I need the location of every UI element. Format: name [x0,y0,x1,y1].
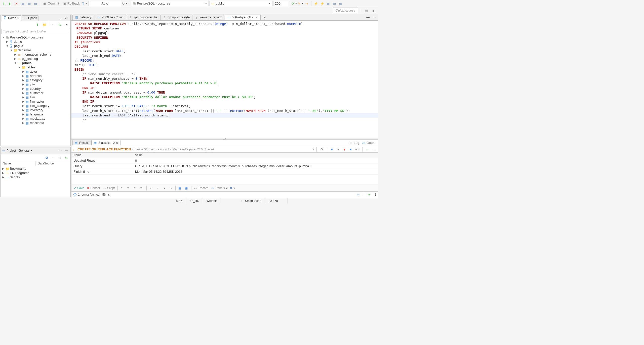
close-icon[interactable]: ✕ [116,141,118,145]
tree-table-city[interactable]: ▶▦city [2,82,69,87]
collapse-icon[interactable]: ⇤ [51,22,56,27]
filter-hint[interactable]: Enter a SQL expression to filter results… [132,147,311,151]
tree-scripts[interactable]: ▶▭Scripts [2,175,69,179]
first-icon[interactable]: ⇤ [148,185,154,191]
connection-dropdown[interactable]: 🐘 PostgreSQL - postgres [131,1,209,6]
tree-table-film-category[interactable]: ▶▦film_category [2,104,69,108]
sql-add-icon[interactable]: ▭ [33,1,38,6]
connect-db-icon[interactable]: ⬆ [35,22,41,27]
link-icon[interactable]: ⇆ [57,22,63,27]
bolt2-icon[interactable]: ⚡ [319,1,325,6]
collapse-icon[interactable]: ⇤ [51,155,56,160]
filter-clear-icon[interactable]: ▼ [336,147,341,152]
tree-er-diagrams[interactable]: ▶▭ER Diagrams [2,171,69,175]
perspective-icon[interactable]: ▦ [364,8,369,13]
tab-group-concat[interactable]: ƒgroup_concat(te [160,15,192,20]
panels-button[interactable]: ▭Panels [210,186,229,190]
stop-icon[interactable]: ✎ [298,1,303,6]
maximize-icon[interactable]: ▭ [371,15,377,20]
tree-table-actor[interactable]: ▶▦actor [2,69,69,74]
tree-table-category[interactable]: ▶▦category [2,78,69,82]
prev-icon[interactable]: ‹ [155,185,160,191]
tree-db-demo[interactable]: ▶🗄demo [2,39,69,44]
minimize-icon[interactable]: — [365,15,371,20]
quick-access-input[interactable]: Quick Access [333,8,358,13]
tree-schema-public[interactable]: ▼▭public [2,61,69,65]
add-icon[interactable]: ⊞ [57,155,63,160]
sql-editor[interactable]: CREATE OR REPLACE FUNCTION public.reward… [71,21,378,138]
sql-recent-icon[interactable]: ▭ [27,1,32,6]
filter-icon[interactable]: ▼ [329,147,335,152]
rollback-button[interactable]: ▣Rollback [61,1,82,6]
tree-schema-info[interactable]: ▶▭information_schema [2,52,69,57]
tree-table-film-actor[interactable]: ▶▦film_actor [2,99,69,104]
refresh-icon[interactable]: ⟳ [319,147,325,152]
tree-table-mockdata[interactable]: ▶▦mockdata [2,121,69,125]
tree-bookmarks[interactable]: ▶📁Bookmarks [2,166,69,171]
minimize-icon[interactable]: — [58,15,63,21]
row-limit-input[interactable] [273,1,288,6]
gear-icon[interactable]: ⚙ [44,155,50,160]
col-datasource[interactable]: DataSource [36,161,70,166]
tree-table-inventory[interactable]: ▶▦inventory [2,108,69,112]
connect-icon[interactable]: ⬆ [2,1,7,6]
filter-menu-icon[interactable]: ▼ [354,147,360,152]
maximize-icon[interactable]: ▭ [64,15,69,21]
edit-row-icon[interactable]: ≡ [119,185,125,191]
explain3-icon[interactable]: ▭ [338,1,344,6]
autoscroll-icon[interactable]: ⇥ [304,1,310,6]
schema-dropdown[interactable]: ▭ public [210,1,272,6]
export-icon[interactable]: ▭ [356,192,361,197]
tab-projects[interactable]: ▭Проек [22,15,38,21]
save-button[interactable]: ✔Save [73,186,85,190]
results-tab[interactable]: ▦Results [72,140,92,145]
close-icon[interactable]: ✕ [255,16,258,19]
close-icon[interactable]: ✕ [30,149,33,152]
object-filter-input[interactable]: Type part of object name to filter [1,29,70,34]
commit-button[interactable]: ▣Commit [42,1,61,6]
tab-category[interactable]: ▦category [72,15,94,20]
history-icon[interactable]: ↻ [122,1,128,6]
explain2-icon[interactable]: ▭ [332,1,337,6]
grid-icon[interactable]: ▦ [184,185,189,191]
cancel-button[interactable]: ✖Cancel [86,186,101,190]
plug-icon[interactable]: ▮ [8,1,13,6]
script-button[interactable]: ▭Script [102,186,116,190]
nav-fwd-icon[interactable]: → [372,147,377,152]
sql-new-icon[interactable]: ▭ [20,1,26,6]
tab-rewards-report[interactable]: ƒrewards_report( [193,15,224,20]
grid-icon[interactable]: ▦ [177,185,183,191]
edit-row-icon[interactable]: ≡ [139,185,145,191]
folder-icon[interactable]: 📁 [42,22,47,27]
tab-database-navigator[interactable]: 🗄Datab ✕ [2,15,21,21]
tab-sqlite[interactable]: ▭<SQLite - Chino [95,15,126,20]
filter-icon[interactable]: ▼ [348,147,354,152]
record-button[interactable]: ▭Record [193,186,209,190]
bolt-icon[interactable]: ⚡ [313,1,318,6]
col-header-value[interactable]: Value [133,153,378,158]
tabs-overflow[interactable]: »4 [262,15,267,19]
tab-postgresql-active[interactable]: ▭*<PostgreSQL -✕ [225,15,261,20]
gear-icon[interactable]: ⚙ [230,185,235,191]
log-button[interactable]: ▭Log [348,140,360,145]
refresh-icon[interactable]: ⟳ [367,192,373,197]
dbeaver-icon[interactable]: ◧ [371,8,377,13]
tree-table-film[interactable]: ▶▦film [2,95,69,99]
statistics-tab[interactable]: ▦Statistics - 2 ✕ [92,140,120,145]
nav-back-icon[interactable]: ← [365,147,370,152]
edit-row-icon[interactable]: ≡ [126,185,132,191]
disconnect-icon[interactable]: ✕ [14,1,20,6]
next-icon[interactable]: › [162,185,167,191]
tab-get-customer[interactable]: ƒget_customer_ba [127,15,160,20]
filter-red-icon[interactable]: ▼ [342,147,347,152]
last-icon[interactable]: ⇥ [168,185,174,191]
tree-connection[interactable]: ▼🐘PostgreSQL - postgres [2,35,69,39]
tree-table-language[interactable]: ▶▦language [2,112,69,116]
filter-history-icon[interactable] [312,149,314,150]
link-icon[interactable]: ⇆ [64,155,69,160]
tx-mode-dropdown[interactable]: Auto [89,1,121,6]
tree-table-address[interactable]: ▶▦address [2,74,69,78]
close-icon[interactable]: ✕ [17,16,20,20]
tree-table-mockada1[interactable]: ▶▦mockada1 [2,116,69,121]
refresh-icon[interactable]: ⟳ [292,1,297,6]
